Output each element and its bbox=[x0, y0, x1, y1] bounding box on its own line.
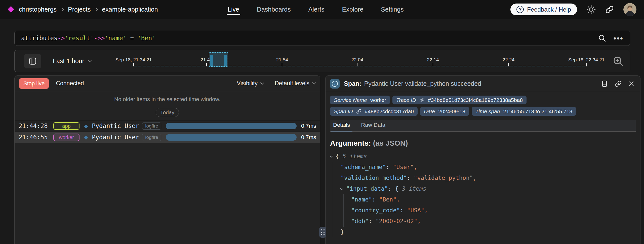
log-time: 21:44:28 bbox=[19, 123, 53, 130]
detail-tabs: Details Raw Data bbox=[330, 120, 636, 132]
histogram-bar bbox=[224, 55, 227, 66]
json-block: "name": "Ben", "country_code": "USA", "d… bbox=[343, 194, 640, 227]
run-search-button[interactable] bbox=[598, 34, 606, 42]
collapse-caret-icon[interactable] bbox=[330, 154, 333, 158]
span-metadata-badges: Service Nameworker Trace ID #34bd8e51d73… bbox=[326, 92, 640, 116]
scope-chip: logfire bbox=[142, 123, 161, 130]
chevron-down-icon bbox=[260, 81, 264, 85]
link-icon bbox=[356, 109, 361, 114]
connection-status: Connected bbox=[56, 80, 84, 87]
chevron-down-icon bbox=[312, 81, 316, 85]
json-block: "schema_name": "User", "validation_metho… bbox=[333, 162, 640, 237]
live-panel: Stop live Connected Visibility Default l… bbox=[14, 75, 320, 244]
duration-bar bbox=[166, 123, 297, 129]
query-token-operator: -> bbox=[58, 35, 65, 42]
query-token-equals: = bbox=[127, 35, 137, 42]
share-link-button[interactable] bbox=[605, 5, 614, 14]
span-diamond-icon: ◆ bbox=[84, 123, 88, 129]
span-diamond-icon: ◆ bbox=[84, 134, 88, 140]
log-time: 21:46:55 bbox=[19, 134, 53, 141]
service-tag-worker: worker bbox=[53, 134, 79, 141]
collapse-caret-icon[interactable] bbox=[340, 187, 343, 190]
trace-id-badge[interactable]: Trace ID #34bd8e51d73c3f4c8a189b72338a5b… bbox=[392, 96, 527, 104]
span-title: Pydantic User bbox=[92, 134, 142, 141]
ellipsis-icon: ••• bbox=[613, 36, 623, 41]
time-range-bar: Last 1 hour Sep 18, 21:34:21 21:44 21:54… bbox=[14, 50, 630, 72]
tab-settings[interactable]: Settings bbox=[381, 0, 404, 19]
tab-explore[interactable]: Explore bbox=[342, 0, 364, 19]
header-actions: ? Feedback / Help bbox=[510, 3, 636, 16]
query-token-operator: ->> bbox=[94, 35, 105, 42]
query-actions: ••• bbox=[598, 34, 623, 42]
chevron-right-icon bbox=[61, 8, 64, 11]
detail-panel-header: i Span: Pydantic User validate_python su… bbox=[326, 76, 640, 92]
query-input[interactable]: attributes->'result'->>'name' = 'Ben' bbox=[21, 35, 156, 42]
json-line: "validation_method": "validate_python", bbox=[341, 173, 640, 183]
arguments-heading: Arguments: (as JSON) bbox=[330, 139, 640, 147]
breadcrumb-org[interactable]: christophergs bbox=[19, 6, 57, 13]
dock-panel-button[interactable] bbox=[601, 80, 608, 87]
log-row-selected[interactable]: 21:46:55 worker ◆ Pydantic User logfire … bbox=[15, 132, 320, 143]
empty-state-message: No older items in the selected time wind… bbox=[15, 96, 320, 103]
breadcrumb-projects[interactable]: Projects bbox=[68, 6, 91, 13]
feedback-help-button[interactable]: ? Feedback / Help bbox=[510, 4, 577, 15]
query-token-string: 'name' bbox=[105, 35, 127, 42]
time-span-badge: Time span21:46:55.713 to 21:46:55.713 bbox=[472, 107, 576, 116]
json-object-line: "input_data": {3 items bbox=[341, 183, 640, 194]
close-button[interactable] bbox=[628, 80, 635, 87]
default-levels-dropdown[interactable]: Default levels bbox=[275, 80, 315, 87]
tab-alerts[interactable]: Alerts bbox=[308, 0, 325, 19]
search-icon bbox=[598, 34, 606, 42]
timeline-axis[interactable]: Sep 18, 21:34:21 21:44 21:54 22:04 22:14… bbox=[134, 50, 586, 72]
empty-state: No older items in the selected time wind… bbox=[15, 91, 320, 120]
visibility-dropdown[interactable]: Visibility bbox=[237, 80, 264, 87]
date-badge: Date2024-09-18 bbox=[420, 107, 469, 116]
query-token-identifier: attributes bbox=[21, 35, 58, 42]
tab-live[interactable]: Live bbox=[228, 0, 239, 19]
span-title-text: Pydantic User validate_python succeeded bbox=[364, 80, 481, 87]
link-icon bbox=[419, 97, 425, 103]
question-icon: ? bbox=[516, 6, 524, 13]
chevron-down-icon bbox=[88, 58, 92, 62]
today-badge[interactable]: Today bbox=[156, 108, 179, 117]
user-avatar[interactable] bbox=[623, 3, 636, 16]
time-range-select[interactable]: Last 1 hour bbox=[53, 50, 91, 72]
tab-details[interactable]: Details bbox=[333, 122, 350, 131]
sidebar-toggle-button[interactable] bbox=[24, 54, 41, 68]
sun-theme-icon bbox=[587, 5, 596, 14]
logfire-logo-icon bbox=[8, 6, 14, 13]
close-icon bbox=[628, 80, 635, 87]
panel-resize-handle[interactable] bbox=[319, 227, 326, 238]
query-more-button[interactable]: ••• bbox=[613, 36, 623, 41]
link-icon bbox=[605, 5, 614, 14]
stop-live-button[interactable]: Stop live bbox=[19, 78, 49, 89]
json-root-line: {5 items bbox=[330, 151, 640, 162]
detail-panel-actions bbox=[601, 80, 635, 87]
json-line: "schema_name": "User", bbox=[341, 162, 640, 173]
tab-dashboards[interactable]: Dashboards bbox=[257, 0, 291, 19]
live-panel-header: Stop live Connected Visibility Default l… bbox=[15, 76, 320, 91]
span-kind-label: Span: bbox=[344, 80, 361, 87]
theme-toggle-button[interactable] bbox=[587, 5, 596, 14]
query-token-string: 'result' bbox=[65, 35, 94, 42]
scope-chip: logfire bbox=[142, 134, 161, 141]
divider bbox=[97, 54, 97, 68]
log-row[interactable]: 21:44:28 app ◆ Pydantic User logfire 0.7… bbox=[15, 120, 320, 132]
json-close-line: } bbox=[341, 227, 640, 237]
copy-link-button[interactable] bbox=[615, 80, 622, 87]
zoom-in-icon bbox=[613, 56, 623, 66]
timeline-selection-window[interactable] bbox=[209, 52, 228, 67]
chevron-right-icon bbox=[95, 8, 98, 11]
arguments-subheading: (as JSON) bbox=[373, 139, 408, 147]
timeline-dashed-baseline bbox=[134, 66, 586, 66]
info-icon: i bbox=[330, 79, 340, 89]
query-token-string: 'Ben' bbox=[137, 35, 155, 42]
tab-raw-data[interactable]: Raw Data bbox=[360, 122, 386, 131]
query-bar[interactable]: attributes->'result'->>'name' = 'Ben' ••… bbox=[14, 31, 630, 46]
span-title: Pydantic User bbox=[92, 123, 142, 130]
service-name-badge: Service Nameworker bbox=[330, 96, 390, 104]
zoom-in-button[interactable] bbox=[613, 56, 623, 66]
span-id-badge[interactable]: Span ID #48eb2cdcdc317da0 bbox=[330, 107, 418, 116]
top-nav: christophergs Projects example-applicati… bbox=[0, 0, 644, 19]
breadcrumb-project-name[interactable]: example-application bbox=[102, 6, 158, 13]
